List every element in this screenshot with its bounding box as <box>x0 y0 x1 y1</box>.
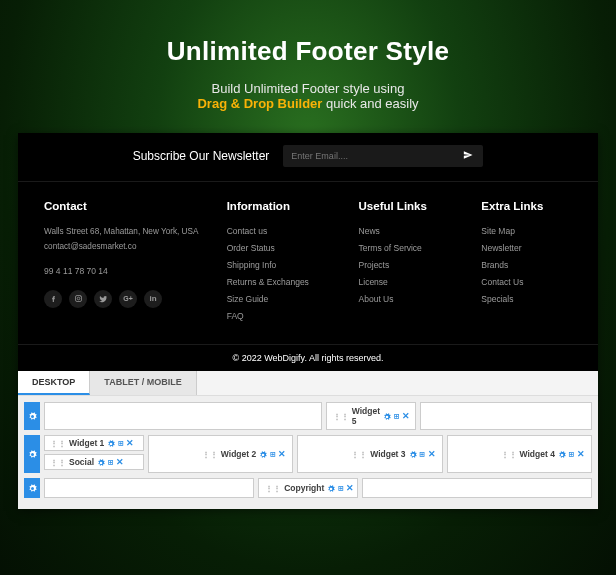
widget-gear-icon[interactable] <box>558 449 566 459</box>
widget-close-icon[interactable]: ✕ <box>346 483 354 493</box>
link-item[interactable]: Contact Us <box>481 277 572 287</box>
link-item[interactable]: About Us <box>359 294 468 304</box>
widget-social-cell[interactable]: ⋮⋮ Social ⊞ ✕ <box>44 454 144 470</box>
col-useful-links: Useful Links News Terms of Service Proje… <box>359 200 468 328</box>
link-item[interactable]: Size Guide <box>227 294 345 304</box>
svg-point-1 <box>77 297 80 300</box>
drag-handle-icon[interactable]: ⋮⋮ <box>50 458 66 467</box>
drag-handle-icon[interactable]: ⋮⋮ <box>501 450 517 459</box>
newsletter-title: Subscribe Our Newsletter <box>133 149 270 163</box>
hero-subtitle: Build Unlimited Footer style using Drag … <box>40 81 576 111</box>
svg-point-2 <box>80 296 81 297</box>
link-item[interactable]: Newsletter <box>481 243 572 253</box>
link-item[interactable]: Projects <box>359 260 468 270</box>
link-item[interactable]: FAQ <box>227 311 345 321</box>
linkedin-icon[interactable]: in <box>144 290 162 308</box>
link-item[interactable]: License <box>359 277 468 287</box>
tab-mobile[interactable]: TABLET / MOBILE <box>90 371 196 395</box>
link-item[interactable]: Brands <box>481 260 572 270</box>
tab-desktop[interactable]: DESKTOP <box>18 371 90 395</box>
builder-row: ⋮⋮ Copyright ⊞ ✕ <box>24 478 592 498</box>
facebook-icon[interactable] <box>44 290 62 308</box>
newsletter-input[interactable] <box>283 145 453 167</box>
widget-1-cell[interactable]: ⋮⋮ Widget 1 ⊞ ✕ <box>44 435 144 451</box>
builder-row: ⋮⋮ Widget 5 ⊞ ✕ <box>24 402 592 430</box>
send-icon[interactable] <box>453 150 483 162</box>
widget-4-cell[interactable]: ⋮⋮ Widget 4 ⊞ ✕ <box>447 435 592 473</box>
widget-add-icon[interactable]: ⊞ <box>118 438 123 448</box>
link-item[interactable]: Terms of Service <box>359 243 468 253</box>
widget-close-icon[interactable]: ✕ <box>577 449 585 459</box>
useful-heading: Useful Links <box>359 200 468 212</box>
builder-cell[interactable] <box>420 402 592 430</box>
widget-5-cell[interactable]: ⋮⋮ Widget 5 ⊞ ✕ <box>326 402 416 430</box>
extra-heading: Extra Links <box>481 200 572 212</box>
col-information: Information Contact us Order Status Ship… <box>227 200 345 328</box>
builder-cell[interactable] <box>362 478 592 498</box>
builder-row: ⋮⋮ Widget 1 ⊞ ✕ ⋮⋮ Social ⊞ <box>24 435 592 473</box>
widget-label: Widget 5 <box>352 406 380 426</box>
widget-add-icon[interactable]: ⊞ <box>420 449 425 459</box>
builder-cell[interactable] <box>44 478 254 498</box>
widget-gear-icon[interactable] <box>259 449 267 459</box>
col-extra-links: Extra Links Site Map Newsletter Brands C… <box>481 200 572 328</box>
link-item[interactable]: Contact us <box>227 226 345 236</box>
contact-phone: 99 4 11 78 70 14 <box>44 266 213 276</box>
widget-add-icon[interactable]: ⊞ <box>270 449 275 459</box>
newsletter-form <box>283 145 483 167</box>
widget-copyright-cell[interactable]: ⋮⋮ Copyright ⊞ ✕ <box>258 478 358 498</box>
link-item[interactable]: News <box>359 226 468 236</box>
row-settings-button[interactable] <box>24 402 40 430</box>
widget-add-icon[interactable]: ⊞ <box>338 483 343 493</box>
contact-email: contact@sadesmarket.co <box>44 241 213 253</box>
row-settings-button[interactable] <box>24 478 40 498</box>
copyright-bar: © 2022 WebDigify. All rights reserved. <box>18 344 598 371</box>
widget-close-icon[interactable]: ✕ <box>278 449 286 459</box>
builder-cell[interactable] <box>44 402 322 430</box>
widget-gear-icon[interactable] <box>107 438 115 448</box>
link-item[interactable]: Specials <box>481 294 572 304</box>
newsletter-bar: Subscribe Our Newsletter <box>18 133 598 182</box>
footer-columns: Contact Walls Street 68, Mahattan, New Y… <box>18 182 598 344</box>
link-item[interactable]: Order Status <box>227 243 345 253</box>
widget-add-icon[interactable]: ⊞ <box>108 457 113 467</box>
widget-label: Social <box>69 457 94 467</box>
widget-gear-icon[interactable] <box>327 483 335 493</box>
widget-label: Widget 1 <box>69 438 104 448</box>
link-item[interactable]: Returns & Exchanges <box>227 277 345 287</box>
widget-gear-icon[interactable] <box>383 411 391 421</box>
drag-handle-icon[interactable]: ⋮⋮ <box>265 484 281 493</box>
drag-handle-icon[interactable]: ⋮⋮ <box>202 450 218 459</box>
drag-handle-icon[interactable]: ⋮⋮ <box>333 412 349 421</box>
widget-close-icon[interactable]: ✕ <box>402 411 410 421</box>
contact-address: Walls Street 68, Mahattan, New York, USA <box>44 226 213 238</box>
google-plus-icon[interactable]: G+ <box>119 290 137 308</box>
builder-tabs: DESKTOP TABLET / MOBILE <box>18 371 598 396</box>
widget-2-cell[interactable]: ⋮⋮ Widget 2 ⊞ ✕ <box>148 435 293 473</box>
link-item[interactable]: Shipping Info <box>227 260 345 270</box>
link-item[interactable]: Site Map <box>481 226 572 236</box>
widget-close-icon[interactable]: ✕ <box>116 457 124 467</box>
widget-label: Copyright <box>284 483 324 493</box>
widget-label: Widget 3 <box>370 449 405 459</box>
row-settings-button[interactable] <box>24 435 40 473</box>
widget-3-cell[interactable]: ⋮⋮ Widget 3 ⊞ ✕ <box>297 435 442 473</box>
widget-add-icon[interactable]: ⊞ <box>569 449 574 459</box>
twitter-icon[interactable] <box>94 290 112 308</box>
footer-preview-panel: Subscribe Our Newsletter Contact Walls S… <box>18 133 598 509</box>
hero-title: Unlimited Footer Style <box>40 36 576 67</box>
drag-handle-icon[interactable]: ⋮⋮ <box>50 439 66 448</box>
social-icons: G+ in <box>44 290 213 308</box>
widget-gear-icon[interactable] <box>409 449 417 459</box>
builder-rows: ⋮⋮ Widget 5 ⊞ ✕ ⋮⋮ Widget 1 <box>18 396 598 509</box>
drag-handle-icon[interactable]: ⋮⋮ <box>351 450 367 459</box>
builder-cell-stack: ⋮⋮ Widget 1 ⊞ ✕ ⋮⋮ Social ⊞ <box>44 435 144 473</box>
instagram-icon[interactable] <box>69 290 87 308</box>
widget-close-icon[interactable]: ✕ <box>126 438 134 448</box>
hero-highlight: Drag & Drop Builder <box>197 96 322 111</box>
widget-add-icon[interactable]: ⊞ <box>394 411 399 421</box>
builder-panel: DESKTOP TABLET / MOBILE ⋮⋮ Widget 5 ⊞ ✕ <box>18 371 598 509</box>
contact-heading: Contact <box>44 200 213 212</box>
widget-close-icon[interactable]: ✕ <box>428 449 436 459</box>
widget-gear-icon[interactable] <box>97 457 105 467</box>
